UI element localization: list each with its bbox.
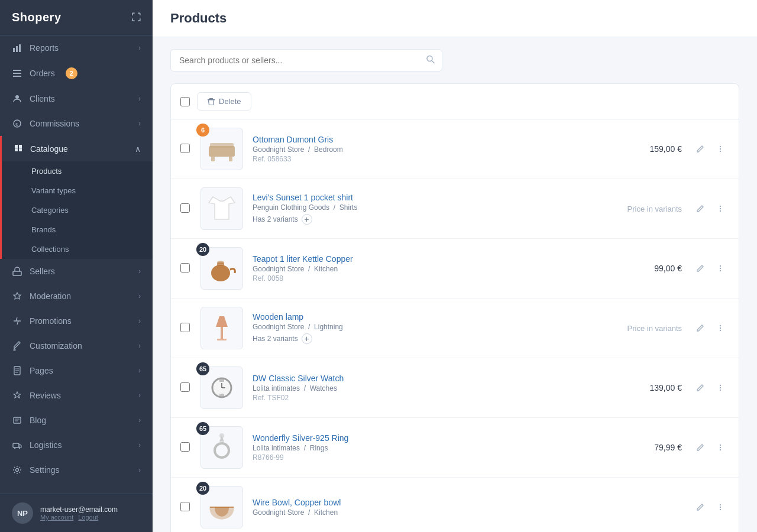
catalogue-sub-brands[interactable]: Brands bbox=[2, 220, 153, 239]
edit-button[interactable] bbox=[691, 498, 709, 516]
svg-rect-28 bbox=[210, 143, 234, 148]
product-name-link[interactable]: Wooden lamp bbox=[253, 312, 303, 322]
edit-button[interactable] bbox=[691, 439, 709, 456]
sidebar-item-commissions[interactable]: € Commissions › bbox=[0, 111, 153, 136]
product-name-link[interactable]: Levi's Sunset 1 pocket shirt bbox=[253, 193, 353, 202]
sidebar-item-logistics[interactable]: Logistics › bbox=[0, 433, 153, 458]
svg-point-54 bbox=[720, 390, 721, 391]
svg-point-35 bbox=[211, 265, 230, 281]
edit-button[interactable] bbox=[691, 259, 709, 277]
edit-button[interactable] bbox=[691, 379, 709, 397]
promotions-chevron: › bbox=[138, 317, 141, 325]
logistics-chevron: › bbox=[138, 441, 141, 449]
row-checkbox[interactable] bbox=[180, 203, 190, 213]
my-account-link[interactable]: My account bbox=[40, 514, 73, 521]
catalogue-sub-collections[interactable]: Collections bbox=[2, 239, 153, 259]
svg-point-53 bbox=[720, 387, 721, 388]
sidebar-item-settings[interactable]: Settings › bbox=[0, 458, 153, 482]
sidebar-item-sellers[interactable]: Sellers › bbox=[0, 259, 153, 284]
more-actions-button[interactable] bbox=[711, 379, 729, 397]
row-checkbox[interactable] bbox=[180, 144, 190, 153]
row-checkbox[interactable] bbox=[180, 263, 190, 273]
row-checkbox[interactable] bbox=[180, 382, 190, 392]
sidebar-item-clients[interactable]: Clients › bbox=[0, 86, 153, 111]
orders-label: Orders bbox=[30, 69, 55, 78]
more-actions-button[interactable] bbox=[711, 259, 729, 277]
more-actions-button[interactable] bbox=[711, 319, 729, 337]
product-badge: 65 bbox=[196, 422, 209, 435]
more-actions-button[interactable] bbox=[711, 498, 729, 516]
svg-point-19 bbox=[19, 447, 20, 449]
table-row: 20 Teapot 1 liter Kettle Copper Goodnigh… bbox=[171, 239, 739, 299]
svg-point-37 bbox=[217, 261, 224, 264]
pages-chevron: › bbox=[138, 366, 141, 375]
catalogue-label: Catalogue bbox=[30, 144, 68, 154]
row-actions bbox=[691, 200, 729, 218]
more-actions-button[interactable] bbox=[711, 439, 729, 456]
edit-button[interactable] bbox=[691, 319, 709, 337]
select-all-checkbox[interactable] bbox=[180, 97, 190, 106]
row-actions bbox=[691, 498, 729, 516]
svg-point-20 bbox=[16, 469, 19, 472]
page-title: Products bbox=[170, 11, 227, 26]
product-name-link[interactable]: Ottoman Dumont Gris bbox=[253, 135, 333, 144]
sellers-label: Sellers bbox=[30, 267, 55, 276]
product-badge: 20 bbox=[196, 243, 209, 256]
sidebar-item-customization[interactable]: Customization › bbox=[0, 333, 153, 358]
product-ref: Ref. 058633 bbox=[253, 155, 601, 163]
sidebar-item-promotions[interactable]: Promotions › bbox=[0, 309, 153, 333]
user-avatar: NP bbox=[12, 502, 33, 524]
row-actions bbox=[691, 140, 729, 158]
add-variant-button[interactable]: + bbox=[302, 333, 312, 344]
commissions-icon: € bbox=[12, 118, 22, 129]
product-meta: Goodnight Store / Bedroom bbox=[253, 145, 601, 154]
more-actions-button[interactable] bbox=[711, 140, 729, 158]
reviews-icon bbox=[12, 390, 22, 401]
svg-rect-43 bbox=[217, 339, 227, 340]
table-toolbar: Delete bbox=[171, 84, 739, 119]
row-checkbox-wrap bbox=[180, 203, 191, 215]
sidebar-item-orders[interactable]: Orders 2 bbox=[0, 60, 153, 86]
product-name-link[interactable]: Wire Bowl, Copper bowl bbox=[253, 498, 341, 507]
edit-button[interactable] bbox=[691, 200, 709, 218]
sidebar-item-moderation[interactable]: Moderation › bbox=[0, 284, 153, 309]
row-checkbox[interactable] bbox=[180, 502, 190, 511]
add-variant-button[interactable]: + bbox=[302, 214, 312, 225]
table-row: 65 DW Classic Silver Watch Lolita intima… bbox=[171, 358, 739, 418]
pages-icon bbox=[12, 365, 22, 376]
sidebar-item-pages[interactable]: Pages › bbox=[0, 358, 153, 383]
sidebar-item-reviews[interactable]: Reviews › bbox=[0, 383, 153, 408]
logout-link[interactable]: Logout bbox=[78, 514, 98, 521]
row-checkbox-wrap bbox=[180, 502, 191, 513]
delete-button[interactable]: Delete bbox=[197, 92, 251, 111]
catalogue-sub-variant-types[interactable]: Variant types bbox=[2, 181, 153, 200]
sidebar-item-reports[interactable]: Reports › bbox=[0, 35, 153, 60]
settings-label: Settings bbox=[30, 465, 60, 475]
table-row: 65 Wonderfly Silver-925 Ring Lolita inti… bbox=[171, 418, 739, 478]
sidebar-item-catalogue[interactable]: Catalogue ∧ bbox=[2, 136, 153, 161]
table-row: Wooden lamp Goodnight Store / Lightning … bbox=[171, 299, 739, 358]
more-actions-button[interactable] bbox=[711, 200, 729, 218]
product-badge: 6 bbox=[196, 124, 209, 137]
product-table: Delete 6 Ottoman Dumont Gris Goodnight S… bbox=[170, 83, 739, 532]
reports-icon bbox=[12, 43, 22, 53]
svg-point-62 bbox=[720, 504, 721, 505]
catalogue-sub-categories[interactable]: Categories bbox=[2, 200, 153, 220]
catalogue-sub-products[interactable]: Products bbox=[2, 161, 153, 181]
product-name-link[interactable]: DW Classic Silver Watch bbox=[253, 374, 344, 383]
sidebar-item-blog[interactable]: Blog › bbox=[0, 408, 153, 433]
reviews-label: Reviews bbox=[30, 391, 61, 400]
search-input[interactable] bbox=[170, 49, 442, 72]
product-name-link[interactable]: Wonderfly Silver-925 Ring bbox=[253, 433, 348, 443]
svg-rect-3 bbox=[13, 70, 21, 71]
logistics-icon bbox=[12, 440, 22, 450]
svg-point-29 bbox=[720, 146, 721, 147]
product-meta: Goodnight Store / Kitchen bbox=[253, 265, 601, 273]
row-checkbox[interactable] bbox=[180, 442, 190, 452]
sellers-chevron: › bbox=[138, 267, 141, 275]
row-checkbox[interactable] bbox=[180, 323, 190, 332]
product-name-link[interactable]: Teapot 1 liter Kettle Copper bbox=[253, 254, 353, 264]
external-link-icon[interactable]: ⛶ bbox=[131, 12, 141, 23]
edit-button[interactable] bbox=[691, 140, 709, 158]
product-variants: Has 2 variants + bbox=[253, 333, 601, 344]
